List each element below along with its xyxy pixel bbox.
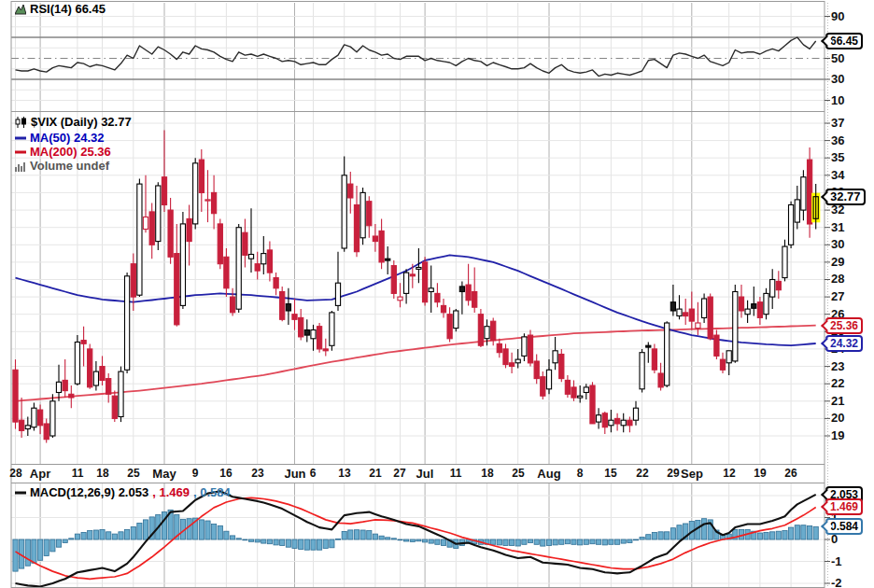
- candle[interactable]: [330, 313, 334, 345]
- candle[interactable]: [119, 371, 123, 416]
- candle[interactable]: [485, 327, 489, 339]
- candle[interactable]: [478, 315, 483, 346]
- candle[interactable]: [553, 351, 557, 363]
- candle[interactable]: [280, 292, 285, 320]
- candle[interactable]: [689, 309, 694, 321]
- candle[interactable]: [25, 426, 30, 429]
- candle[interactable]: [255, 264, 260, 271]
- candle[interactable]: [379, 231, 384, 262]
- candle[interactable]: [360, 192, 365, 237]
- candle[interactable]: [565, 380, 570, 394]
- candle[interactable]: [299, 317, 303, 337]
- candle[interactable]: [218, 224, 222, 264]
- candle[interactable]: [633, 408, 638, 420]
- candle[interactable]: [597, 415, 601, 422]
- candle[interactable]: [199, 160, 204, 192]
- candle[interactable]: [503, 349, 508, 365]
- candle[interactable]: [640, 353, 644, 389]
- candle[interactable]: [13, 370, 18, 422]
- candle[interactable]: [156, 186, 161, 242]
- candle[interactable]: [112, 396, 117, 418]
- candle[interactable]: [304, 330, 309, 336]
- candle[interactable]: [739, 297, 743, 311]
- candle[interactable]: [696, 323, 700, 329]
- candle[interactable]: [373, 236, 377, 242]
- candle[interactable]: [261, 254, 266, 264]
- candle[interactable]: [441, 305, 445, 312]
- candle[interactable]: [733, 292, 738, 361]
- candle[interactable]: [342, 175, 346, 248]
- candle[interactable]: [106, 379, 111, 395]
- candle[interactable]: [435, 293, 440, 301]
- candle[interactable]: [168, 210, 173, 257]
- candle[interactable]: [100, 367, 105, 381]
- candle[interactable]: [522, 337, 527, 357]
- candle[interactable]: [670, 302, 675, 311]
- candle[interactable]: [459, 287, 464, 292]
- candle[interactable]: [621, 420, 626, 426]
- candle[interactable]: [75, 343, 79, 385]
- candle[interactable]: [757, 302, 762, 318]
- candle[interactable]: [447, 315, 452, 339]
- candle[interactable]: [658, 373, 663, 387]
- candle[interactable]: [88, 349, 92, 387]
- candle[interactable]: [81, 341, 86, 344]
- candle[interactable]: [684, 313, 688, 316]
- candle[interactable]: [795, 200, 799, 222]
- candle[interactable]: [789, 205, 794, 245]
- candle[interactable]: [386, 259, 390, 260]
- candle[interactable]: [131, 264, 135, 297]
- candle[interactable]: [708, 297, 712, 339]
- candle[interactable]: [472, 292, 477, 308]
- candle[interactable]: [180, 224, 185, 306]
- candle[interactable]: [56, 382, 61, 392]
- candle[interactable]: [726, 351, 731, 363]
- candle[interactable]: [702, 299, 707, 318]
- candle[interactable]: [510, 363, 515, 367]
- candle[interactable]: [720, 359, 725, 370]
- candle[interactable]: [578, 396, 583, 398]
- candle[interactable]: [454, 311, 458, 329]
- candle[interactable]: [32, 408, 36, 427]
- candle[interactable]: [515, 359, 520, 363]
- candle[interactable]: [323, 349, 328, 351]
- candle[interactable]: [212, 192, 217, 213]
- candle[interactable]: [348, 184, 353, 198]
- candle[interactable]: [398, 297, 402, 301]
- candle[interactable]: [745, 309, 750, 315]
- candle[interactable]: [367, 202, 372, 226]
- candle[interactable]: [764, 293, 768, 314]
- candle[interactable]: [416, 268, 421, 270]
- candle[interactable]: [391, 266, 396, 294]
- candle[interactable]: [243, 232, 247, 255]
- candle[interactable]: [404, 273, 409, 293]
- candle[interactable]: [808, 160, 812, 224]
- candle[interactable]: [590, 385, 595, 424]
- candle[interactable]: [571, 387, 576, 398]
- candle[interactable]: [137, 184, 142, 295]
- candle[interactable]: [770, 280, 775, 298]
- candle[interactable]: [602, 413, 607, 427]
- candle[interactable]: [311, 330, 316, 339]
- candle[interactable]: [205, 200, 210, 201]
- candle[interactable]: [801, 177, 806, 210]
- candle[interactable]: [677, 309, 682, 315]
- candle[interactable]: [335, 283, 340, 305]
- candle[interactable]: [50, 401, 55, 436]
- candle[interactable]: [491, 321, 496, 341]
- candle[interactable]: [149, 212, 154, 245]
- candle[interactable]: [354, 205, 359, 252]
- candle[interactable]: [236, 228, 241, 310]
- candle[interactable]: [20, 420, 24, 430]
- candle[interactable]: [528, 335, 532, 363]
- candle[interactable]: [231, 297, 235, 313]
- candle[interactable]: [44, 424, 49, 440]
- candle[interactable]: [584, 387, 588, 393]
- candle[interactable]: [317, 327, 322, 349]
- candle[interactable]: [615, 418, 620, 424]
- candle[interactable]: [38, 410, 43, 426]
- candle[interactable]: [546, 370, 551, 389]
- candle[interactable]: [497, 343, 501, 352]
- candle[interactable]: [429, 288, 433, 292]
- candle[interactable]: [466, 285, 471, 301]
